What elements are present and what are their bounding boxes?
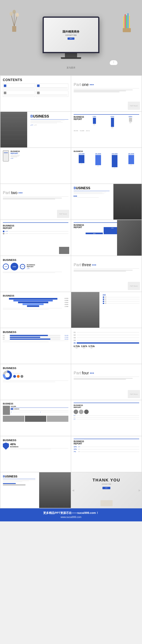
biz-bar-4 xyxy=(128,155,134,164)
svg-point-3 xyxy=(9,12,13,16)
slide-business-stats: BUSINESS 125,000K PPT 150,000K PPT 190,0… xyxy=(71,148,142,184)
biz6-content xyxy=(13,372,23,378)
stat-label-1: PPT xyxy=(86,124,103,126)
biz8-gray-bar xyxy=(3,484,26,485)
funnel-5 xyxy=(27,305,39,307)
ppt-labels: ● PPT ● PPT xyxy=(30,124,68,126)
report-title-2: REPORT xyxy=(74,118,84,120)
funnel-2 xyxy=(13,300,53,302)
num-item-3: 03 xyxy=(74,337,139,339)
num-4: 04 xyxy=(74,339,76,341)
team-avatars xyxy=(74,410,139,414)
r5-dot2 xyxy=(103,298,104,300)
slide-row-11: BUSINESS 46% BUSINESS BUSINESS REPORT 18… xyxy=(0,436,142,472)
bstat-val-1: 6,753k xyxy=(74,345,80,348)
biz5-label2: PPT xyxy=(3,337,9,338)
biz-num-val-3: 190,000K xyxy=(107,153,123,154)
r5-content: ▶▶▶ PPT PPT PPT xyxy=(101,292,142,306)
content-item-2: ✓ xyxy=(36,84,68,90)
r7-row2: 15% PPT xyxy=(74,448,139,450)
biz6-icons xyxy=(13,375,23,378)
part2-arrows: ▶▶▶ xyxy=(19,192,23,194)
r5-items: PPT PPT PPT PPT xyxy=(103,296,140,304)
r3-title1: BUSINESS xyxy=(3,224,68,227)
r7-t1: BUSINESS xyxy=(74,440,139,442)
icon-orange xyxy=(17,375,20,378)
biz-num-val-4: 160,000K xyxy=(123,153,139,154)
circle-val-1: 3.0% xyxy=(3,264,9,270)
slide-row-5: BUSINESS REPORT ● PPT ● PPT xyxy=(0,220,142,256)
r6-three-photos xyxy=(3,416,68,422)
bstat-val-3: 9,753k xyxy=(88,345,95,348)
monitor: 国外精美商务 优美高端PPT模板 PPT xyxy=(43,16,99,53)
bval-1: 366,45K xyxy=(74,130,78,131)
biz7-sub: BUSINESS xyxy=(10,446,68,448)
r3-items: ● PPT ● PPT xyxy=(3,230,68,234)
svg-rect-7 xyxy=(123,16,124,28)
r3-top xyxy=(3,222,68,223)
num-item-4: 04 xyxy=(74,339,139,341)
r5-item1: PPT xyxy=(103,296,140,298)
part4-label: Part xyxy=(74,371,81,375)
content-icon-2: ✓ xyxy=(37,84,40,87)
biz-stats-title: BUSINESS xyxy=(74,150,139,152)
svg-rect-9 xyxy=(126,15,127,28)
funnel-val-5: 13,458K xyxy=(65,306,68,307)
part4-arrows: ▶▶▶ xyxy=(90,372,94,374)
r6-tp3 xyxy=(47,416,68,422)
report-top-bar xyxy=(74,114,139,115)
biz6-donut-hole xyxy=(5,373,10,378)
part2-decoration: P&P Music xyxy=(57,210,69,218)
bstat-1: 6,753k PPT xyxy=(74,345,80,349)
biz-bar-1 xyxy=(79,155,84,163)
r4-t2: REPORT xyxy=(74,226,84,228)
hero-decoration-right xyxy=(122,8,134,32)
svg-point-5 xyxy=(16,13,19,17)
slide-part-three: Part three ▶▶▶ P&P Music xyxy=(71,256,142,292)
mobile-mockup xyxy=(3,150,9,162)
slide-business-2: BUSINESS ▶▶▶ xyxy=(71,184,142,220)
ty-content: THANK YOU 优美高端PPT模板 PPT xyxy=(74,475,139,491)
content-icon-1: ✓ xyxy=(4,84,6,87)
r7-pct1: 18% xyxy=(74,446,78,448)
r4-pct1: 40% xyxy=(86,232,103,234)
r4-photo xyxy=(117,220,142,256)
biz5-val1: 316,45K xyxy=(61,335,68,336)
report2-title-2: REPORT xyxy=(10,152,20,154)
biz5-row2: PPT 271,60K xyxy=(3,337,68,338)
slide-business-4: BUSINESS 60,500K 53,498K 45,992K 28,665K… xyxy=(0,292,71,328)
biz7-title: BUSINESS xyxy=(3,439,68,442)
part-one-header: Part one ▶▶▶ xyxy=(74,82,139,87)
biz8-photo xyxy=(39,472,71,508)
biz5-row3: PPT 319,20K xyxy=(3,338,68,340)
r3-dot2 xyxy=(3,233,4,234)
r6-report: 413,00K xyxy=(11,406,68,407)
r5-text3: PPT xyxy=(105,300,107,302)
num-1: 01 xyxy=(74,331,76,334)
bval-2: 413,88K xyxy=(80,130,84,131)
team-item3: PPT xyxy=(74,418,139,420)
slides-container: CONTENTS ✓ ✓ xyxy=(0,75,142,508)
t-ppt3: PPT xyxy=(74,418,76,420)
r4-bar1: 40% xyxy=(86,232,103,234)
contents-grid: ✓ ✓ ● xyxy=(3,84,68,97)
content-item-4: ▲ xyxy=(36,91,68,97)
biz2-arrows: ▶▶▶ xyxy=(74,195,110,197)
r6-usiness: USINESS xyxy=(14,408,19,410)
slide-part-one: Part one ▶▶▶ P&P Music xyxy=(71,76,142,112)
circle-1: 3.0% xyxy=(3,264,9,270)
biz7-shield xyxy=(3,442,9,450)
part3-arrows: ▶▶▶ xyxy=(92,264,97,266)
business-title: BUSINESS xyxy=(30,114,68,118)
biz6-title: BUSINESS xyxy=(3,366,68,370)
slide-row-2: BUSINESS ● PPT ● PPT BUSINESS REPORT xyxy=(0,112,142,148)
num-item-2: 02 xyxy=(74,334,139,336)
monitor-title: 国外精美商务 xyxy=(63,30,79,34)
biz-num-3: 190,000K PPT xyxy=(107,153,123,169)
part2-label: Part xyxy=(3,190,10,195)
biz3-circles: 3.0% 6 0% 2 0% BUSINESS REPORT ● PPT xyxy=(3,263,68,270)
biz-bar-label-3: PPT xyxy=(107,168,123,169)
biz2-title: BUSINESS xyxy=(74,186,110,190)
team-item1: PPT xyxy=(74,415,139,416)
r6-tp1 xyxy=(3,416,24,422)
